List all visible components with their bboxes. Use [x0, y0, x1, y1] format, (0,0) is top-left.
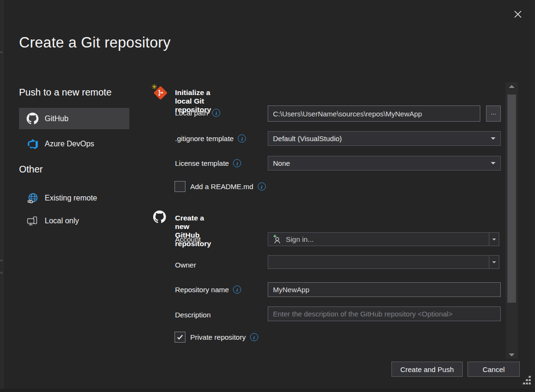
- computer-icon: [27, 215, 39, 227]
- chevron-down-icon: [491, 137, 496, 140]
- info-icon[interactable]: i: [238, 134, 246, 143]
- sidebar-item-local-only[interactable]: Local only: [19, 211, 129, 231]
- readme-checkbox[interactable]: [175, 181, 185, 192]
- license-template-label: License template i: [175, 159, 241, 167]
- triangle-down-icon: [509, 354, 515, 356]
- sidebar-item-label: Local only: [45, 217, 79, 225]
- ide-left-edge: [0, 0, 3, 392]
- description-input[interactable]: [268, 306, 501, 321]
- close-icon: [514, 10, 522, 19]
- sidebar-item-label: Azure DevOps: [45, 140, 94, 148]
- git-branch-glyph: [156, 89, 165, 97]
- owner-combo[interactable]: [268, 255, 499, 269]
- gitignore-template-dropdown[interactable]: Default (VisualStudio): [268, 131, 501, 146]
- sidebar-item-label: Existing remote: [45, 194, 97, 202]
- scroll-down-button[interactable]: [506, 351, 518, 359]
- license-template-dropdown[interactable]: None: [268, 156, 501, 171]
- info-icon[interactable]: i: [212, 109, 220, 117]
- info-icon[interactable]: i: [250, 333, 258, 341]
- info-icon[interactable]: i: [258, 182, 266, 191]
- info-icon[interactable]: i: [233, 159, 241, 167]
- gitignore-template-value: Default (VisualStudio): [273, 134, 491, 143]
- account-combo-caret[interactable]: [489, 233, 499, 246]
- scrollbar-thumb[interactable]: [507, 95, 516, 303]
- owner-label: Owner: [175, 261, 196, 269]
- sidebar-heading-push-to-new-remote: Push to a new remote: [19, 87, 112, 98]
- repository-name-label: Repository name i: [175, 286, 241, 294]
- sidebar-item-azure-devops[interactable]: Azure DevOps: [19, 134, 129, 154]
- account-value: Sign in...: [286, 235, 313, 243]
- info-icon[interactable]: i: [233, 286, 241, 294]
- license-template-value: None: [273, 159, 491, 167]
- azure-devops-icon: [27, 138, 39, 150]
- scroll-up-button[interactable]: [506, 82, 518, 90]
- ide-bottom-edge: [0, 389, 535, 392]
- globe-link-icon: [27, 192, 39, 204]
- github-icon: [153, 210, 166, 223]
- private-repository-checkbox-row: Private repository i: [175, 332, 258, 343]
- description-label: Description: [175, 311, 211, 319]
- create-git-repository-dialog: Create a Git repository Push to a new re…: [0, 0, 535, 392]
- private-repository-checkbox[interactable]: [175, 332, 185, 343]
- chevron-down-icon: [492, 239, 496, 240]
- vertical-scrollbar[interactable]: [506, 82, 518, 359]
- owner-combo-caret[interactable]: [489, 256, 499, 268]
- private-repository-label: Private repository i: [190, 333, 258, 341]
- browse-button[interactable]: ...: [486, 105, 501, 122]
- sidebar-item-label: GitHub: [45, 115, 68, 123]
- chevron-down-icon: [491, 162, 496, 164]
- resize-grip[interactable]: [519, 376, 532, 387]
- sidebar-heading-other: Other: [19, 164, 43, 175]
- readme-checkbox-label: Add a README.md i: [190, 182, 266, 191]
- triangle-up-icon: [509, 85, 515, 88]
- local-path-label: Local path i: [175, 109, 220, 117]
- gitignore-template-label: .gitignore template i: [175, 134, 246, 143]
- page-title: Create a Git repository: [19, 34, 171, 51]
- github-icon: [27, 113, 39, 124]
- sidebar-item-existing-remote[interactable]: Existing remote: [19, 188, 129, 208]
- account-combo[interactable]: Sign in...: [268, 232, 499, 246]
- readme-checkbox-row: Add a README.md i: [175, 181, 266, 192]
- add-account-icon: [272, 235, 282, 244]
- repository-name-input[interactable]: [268, 282, 501, 297]
- chevron-down-icon: [492, 261, 496, 263]
- close-button[interactable]: [509, 6, 527, 23]
- local-path-input[interactable]: [268, 105, 480, 122]
- cancel-button[interactable]: Cancel: [467, 362, 520, 377]
- account-label: Account: [175, 235, 201, 243]
- sidebar-item-github[interactable]: GitHub: [19, 108, 129, 129]
- create-and-push-button[interactable]: Create and Push: [391, 362, 463, 377]
